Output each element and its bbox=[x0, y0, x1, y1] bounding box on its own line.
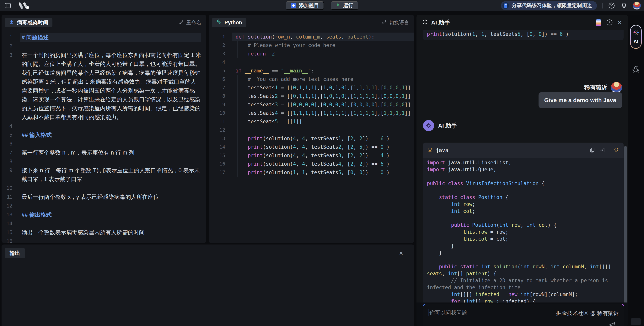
markdown-line[interactable]: 5## 输入格式 bbox=[2, 130, 201, 139]
copy-code-icon[interactable] bbox=[590, 147, 595, 153]
code-line[interactable]: 11 testSeats5 = [[1]] bbox=[209, 117, 414, 126]
insert-code-icon[interactable] bbox=[599, 147, 605, 153]
debug-bug-icon[interactable] bbox=[631, 65, 640, 75]
python-code-editor[interactable]: 1def solution(row_n, column_m, seats, pa… bbox=[209, 30, 414, 243]
markdown-line-text bbox=[20, 42, 201, 51]
close-chat-icon[interactable]: ✕ bbox=[618, 19, 622, 26]
line-number: 8 bbox=[2, 157, 20, 166]
sidebar-toggle-icon[interactable] bbox=[5, 3, 11, 8]
send-icon[interactable] bbox=[608, 321, 616, 326]
markdown-line[interactable]: 3在一个封闭的房间里摆满了座位，每个座位东西向和南北向都有固定 1 米的间隔。座… bbox=[2, 51, 201, 122]
line-number: 9 bbox=[209, 100, 232, 109]
markdown-line[interactable]: 12 bbox=[2, 201, 201, 210]
sparkle-icon bbox=[422, 19, 428, 26]
markdown-line[interactable]: 8 bbox=[2, 157, 201, 166]
promo-banner[interactable]: 分享代码练习体验，领限量定制周边 bbox=[501, 1, 597, 10]
theme-swatch-icon[interactable] bbox=[596, 19, 601, 26]
code-line[interactable]: 15 print(solution(4, 4, testSeats3, [2, … bbox=[209, 151, 414, 160]
problem-tab[interactable]: 病毒感染时间 bbox=[5, 18, 52, 27]
markdown-line[interactable]: 15输出一个整数表示病毒感染屋内所有人所需的时间 bbox=[2, 228, 201, 237]
code-line[interactable]: 4 bbox=[209, 58, 414, 66]
switch-language-button[interactable]: 切换语言 bbox=[382, 19, 409, 26]
chat-message-list[interactable]: print(solution(1, 1, testSeats5, [0, 0])… bbox=[416, 30, 628, 305]
play-icon bbox=[336, 2, 340, 8]
ai-assistant-panel: AI 助手 ✕ print(solution(1, 1, testSeats5,… bbox=[416, 15, 628, 326]
code-line[interactable]: 13 print(solution(4, 4, testSeats1, [2, … bbox=[209, 134, 414, 143]
java-code-line: static class Position { bbox=[427, 194, 620, 201]
code-line[interactable]: 1def solution(row_n, column_m, seats, pa… bbox=[209, 32, 414, 41]
line-number: 14 bbox=[2, 219, 20, 228]
code-line-text: def solution(row_n, column_m, seats, pat… bbox=[232, 32, 414, 41]
markdown-line-text: 接下来 n 行，每行 m 个整数 T(i, j)表示座位上的人戴口罩情况，0 表… bbox=[20, 166, 201, 184]
line-number: 11 bbox=[209, 117, 232, 126]
markdown-line[interactable]: 9接下来 n 行，每行 m 个整数 T(i, j)表示座位上的人戴口罩情况，0 … bbox=[2, 166, 201, 184]
rename-button[interactable]: 重命名 bbox=[179, 19, 201, 26]
line-number: 13 bbox=[209, 134, 232, 143]
history-icon[interactable] bbox=[606, 19, 612, 26]
markdown-line-text: 最后一行两个整数 x，y 表示已经感染病毒的人所在座位 bbox=[20, 193, 201, 201]
markdown-line[interactable]: 1# 问题描述 bbox=[2, 33, 201, 42]
java-code-line bbox=[427, 173, 620, 180]
code-line[interactable]: 9 testSeats3 = [[0,0,0,0],[0,0,0,0],[0,0… bbox=[209, 100, 414, 109]
markdown-line-text: ## 输入格式 bbox=[20, 130, 201, 139]
corner-widget[interactable] bbox=[631, 318, 641, 325]
code-line[interactable]: 10 testSeats4 = [[1,1,1,1],[1,1,1,1],[1,… bbox=[209, 109, 414, 117]
code-block-divider bbox=[609, 147, 609, 153]
lightbulb-icon[interactable] bbox=[614, 147, 619, 153]
notifications-bell-icon[interactable] bbox=[620, 2, 628, 9]
chat-input[interactable] bbox=[430, 309, 549, 317]
markdown-line-text bbox=[20, 122, 201, 130]
java-code-line: public class VirusInfectionSimulation { bbox=[427, 180, 620, 187]
line-number: 8 bbox=[209, 92, 232, 100]
code-editor-panel: Python 切换语言 1def solution(row_n, column_… bbox=[209, 15, 414, 243]
language-tab[interactable]: Python bbox=[212, 18, 246, 27]
markdown-line-text bbox=[20, 219, 201, 228]
markdown-line[interactable]: 11最后一行两个整数 x，y 表示已经感染病毒的人所在座位 bbox=[2, 193, 201, 201]
code-line[interactable]: 16 print(solution(4, 4, testSeats4, [2, … bbox=[209, 160, 414, 168]
problem-markdown-editor[interactable]: 1# 问题描述23在一个封闭的房间里摆满了座位，每个座位东西向和南北向都有固定 … bbox=[2, 30, 206, 243]
code-line[interactable]: 8 testSeats2 = [[0,1,1,1],[1,0,1,0],[1,1… bbox=[209, 92, 414, 100]
code-line[interactable]: 7 testSeats1 = [[0,1,1,1],[1,0,1,0],[1,1… bbox=[209, 83, 414, 92]
code-line[interactable]: 2 # Please write your code here bbox=[209, 41, 414, 49]
gift-doc-icon bbox=[502, 2, 509, 9]
markdown-line[interactable]: 10 bbox=[2, 184, 201, 193]
markdown-line[interactable]: 6 bbox=[2, 139, 201, 148]
line-number: 3 bbox=[2, 51, 20, 59]
line-number: 9 bbox=[2, 166, 20, 175]
output-tab[interactable]: 输出 bbox=[5, 248, 25, 258]
markdown-line-text: ## 输出格式 bbox=[20, 210, 201, 219]
java-code-line bbox=[427, 215, 620, 222]
markdown-line[interactable]: 7第一行两个整数 n，m，表示座位有 n 行 m 列 bbox=[2, 148, 201, 157]
add-question-button[interactable]: + 添加题目 bbox=[286, 1, 324, 10]
code-line[interactable]: 14 print(solution(4, 4, testSeats2, [2, … bbox=[209, 143, 414, 151]
code-line-text: if __name__ == "__main__": bbox=[232, 66, 414, 75]
problem-panel: 病毒感染时间 重命名 1# 问题描述23在一个封闭的房间里摆满了座位，每个座位东… bbox=[2, 15, 206, 243]
code-line[interactable]: 3 return -2 bbox=[209, 49, 414, 58]
code-line-text: testSeats5 = [[1]] bbox=[232, 117, 414, 126]
line-number: 10 bbox=[209, 109, 232, 117]
text-caret bbox=[428, 309, 428, 316]
markdown-line[interactable]: 13## 输出格式 bbox=[2, 210, 201, 219]
markdown-line[interactable]: 4 bbox=[2, 122, 201, 130]
run-button[interactable]: 运行 bbox=[331, 1, 358, 10]
ai-assistant-rail-button[interactable]: AI bbox=[630, 25, 642, 49]
markdown-line[interactable]: 14 bbox=[2, 219, 201, 228]
code-line[interactable]: 12 bbox=[209, 126, 414, 134]
line-number: 4 bbox=[2, 122, 20, 130]
markdown-line[interactable]: 16 bbox=[2, 237, 201, 243]
code-line-text: print(solution(4, 4, testSeats4, [2, 2])… bbox=[232, 160, 414, 168]
user-avatar[interactable] bbox=[633, 1, 641, 10]
markdown-line-text: # 问题描述 bbox=[20, 33, 201, 42]
markdown-line[interactable]: 2 bbox=[2, 42, 201, 51]
line-number: 13 bbox=[2, 210, 20, 219]
topbar: + 添加题目 运行 分享代码练习体验，领限量定制周边 bbox=[0, 0, 644, 11]
help-icon[interactable] bbox=[608, 2, 615, 9]
python-icon bbox=[216, 19, 222, 26]
code-line[interactable]: 6 # You can add more test cases here bbox=[209, 75, 414, 83]
user-message-bubble: Give me a demo with Java bbox=[538, 92, 622, 108]
code-line[interactable]: 5if __name__ == "__main__": bbox=[209, 66, 414, 75]
chat-scrollbar[interactable] bbox=[624, 146, 627, 305]
code-line[interactable]: 17 print(solution(1, 1, testSeats5, [0, … bbox=[209, 168, 414, 177]
line-number: 5 bbox=[2, 130, 20, 139]
close-output-icon[interactable]: ✕ bbox=[399, 250, 403, 257]
